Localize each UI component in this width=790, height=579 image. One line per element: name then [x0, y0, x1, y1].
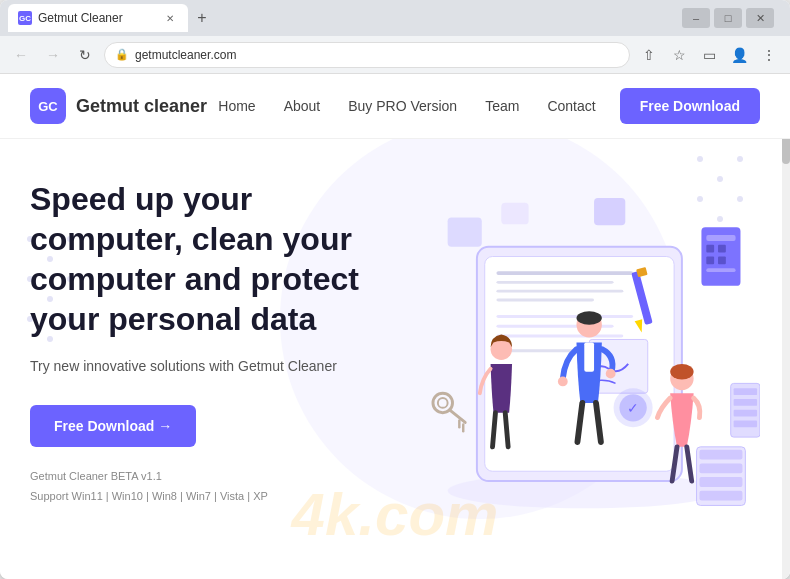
browser-addressbar: ← → ↻ 🔒 getmutcleaner.com ⇧ ☆ ▭ 👤 ⋮	[0, 36, 790, 74]
hero-title: Speed up your computer, clean your compu…	[30, 179, 370, 339]
svg-point-61	[558, 377, 568, 387]
window-controls: – □ ✕	[682, 8, 774, 28]
hero-text: Speed up your computer, clean your compu…	[30, 179, 370, 507]
close-button[interactable]: ✕	[746, 8, 774, 28]
scrollbar-track[interactable]	[782, 74, 790, 579]
svg-rect-42	[699, 491, 742, 501]
menu-icon[interactable]: ⋮	[756, 42, 782, 68]
svg-point-55	[670, 364, 693, 380]
svg-rect-32	[706, 235, 735, 241]
svg-point-59	[576, 311, 601, 325]
minimize-button[interactable]: –	[682, 8, 710, 28]
svg-rect-23	[496, 315, 633, 318]
profile-icon[interactable]: 👤	[726, 42, 752, 68]
nav-about[interactable]: About	[284, 98, 321, 114]
browser-tab-active[interactable]: GC Getmut Cleaner ✕	[8, 4, 188, 32]
bookmark-icon[interactable]: ☆	[666, 42, 692, 68]
browser-titlebar: GC Getmut Cleaner ✕ + – □ ✕	[0, 0, 790, 36]
site-navbar: GC Getmut cleaner Home About Buy PRO Ver…	[0, 74, 790, 139]
svg-rect-34	[718, 245, 726, 253]
svg-rect-48	[448, 217, 482, 246]
hero-illustration: ✓	[350, 179, 760, 539]
svg-rect-20	[496, 281, 613, 284]
back-button[interactable]: ←	[8, 42, 34, 68]
svg-rect-19	[496, 271, 633, 275]
tab-favicon: GC	[18, 11, 32, 25]
hero-version-info: Getmut Cleaner BETA v1.1 Support Win11 |…	[30, 467, 370, 507]
svg-rect-47	[734, 421, 757, 428]
svg-text:✓: ✓	[627, 401, 639, 416]
svg-line-66	[493, 413, 496, 447]
svg-point-62	[606, 369, 616, 379]
svg-rect-22	[496, 298, 594, 301]
refresh-button[interactable]: ↻	[72, 42, 98, 68]
new-tab-button[interactable]: +	[188, 4, 216, 32]
hero-subtitle: Try new innovative solutions with Getmut…	[30, 355, 370, 377]
logo-badge: GC	[30, 88, 66, 124]
svg-rect-39	[699, 450, 742, 460]
svg-rect-45	[734, 399, 757, 406]
version-line1: Getmut Cleaner BETA v1.1	[30, 467, 370, 487]
svg-rect-49	[501, 203, 528, 224]
svg-rect-40	[699, 463, 742, 473]
website-content: GC Getmut cleaner Home About Buy PRO Ver…	[0, 74, 790, 579]
svg-line-57	[687, 447, 692, 481]
address-bar[interactable]: 🔒 getmutcleaner.com	[104, 42, 630, 68]
site-logo: GC Getmut cleaner	[30, 88, 207, 124]
nav-home[interactable]: Home	[218, 98, 255, 114]
hero-section: Speed up your computer, clean your compu…	[0, 139, 790, 559]
url-text: getmutcleaner.com	[135, 48, 619, 62]
share-icon[interactable]: ⇧	[636, 42, 662, 68]
svg-line-67	[505, 413, 508, 447]
toolbar-icons: ⇧ ☆ ▭ 👤 ⋮	[636, 42, 782, 68]
browser-window: GC Getmut Cleaner ✕ + – □ ✕ ← → ↻ 🔒 getm…	[0, 0, 790, 579]
svg-point-12	[737, 156, 743, 162]
tab-bar: GC Getmut Cleaner ✕ +	[8, 4, 676, 32]
forward-button[interactable]: →	[40, 42, 66, 68]
extensions-icon[interactable]: ▭	[696, 42, 722, 68]
hero-download-button[interactable]: Free Download →	[30, 405, 196, 447]
tab-close-button[interactable]: ✕	[162, 10, 178, 26]
svg-rect-41	[699, 477, 742, 487]
svg-rect-25	[496, 335, 623, 338]
svg-rect-33	[706, 245, 714, 253]
lock-icon: 🔒	[115, 48, 129, 61]
nav-buy-pro[interactable]: Buy PRO Version	[348, 98, 457, 114]
version-line2: Support Win11 | Win10 | Win8 | Win7 | Vi…	[30, 487, 370, 507]
svg-rect-50	[594, 198, 625, 225]
svg-rect-36	[718, 257, 726, 265]
site-nav-links: Home About Buy PRO Version Team Contact	[218, 98, 595, 114]
svg-point-10	[697, 156, 703, 162]
svg-rect-60	[584, 342, 594, 371]
svg-rect-44	[734, 388, 757, 395]
maximize-button[interactable]: □	[714, 8, 742, 28]
svg-line-70	[450, 410, 466, 423]
tab-title: Getmut Cleaner	[38, 11, 123, 25]
nav-contact[interactable]: Contact	[547, 98, 595, 114]
svg-rect-21	[496, 290, 623, 293]
logo-name: Getmut cleaner	[76, 96, 207, 117]
nav-team[interactable]: Team	[485, 98, 519, 114]
svg-rect-46	[734, 410, 757, 417]
nav-cta-button[interactable]: Free Download	[620, 88, 760, 124]
svg-point-69	[438, 398, 448, 408]
svg-rect-35	[706, 257, 714, 265]
svg-rect-37	[706, 268, 735, 272]
